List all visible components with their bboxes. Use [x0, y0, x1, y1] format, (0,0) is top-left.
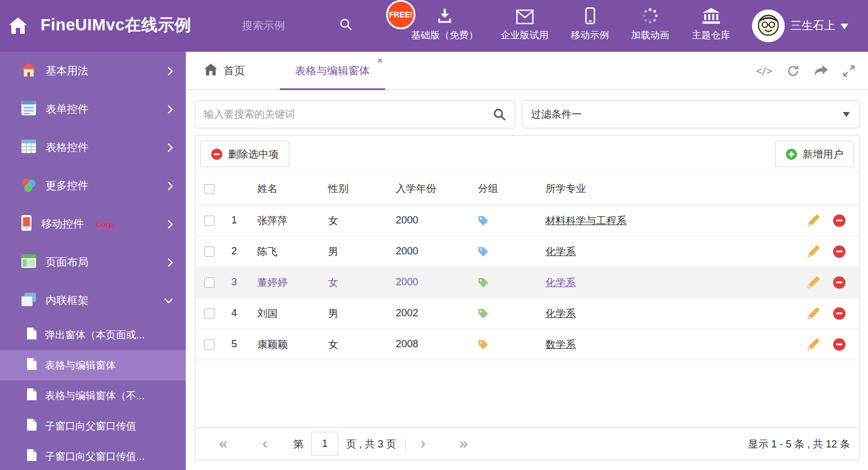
add-user-button[interactable]: 新增用户 [775, 141, 854, 167]
user-avatar[interactable] [752, 10, 785, 42]
button-label: 新增用户 [803, 147, 843, 161]
last-page-button[interactable]: » [459, 436, 468, 451]
sidebar-subitem-child-to-parent-2[interactable]: 子窗口向父窗口传值... [0, 441, 186, 470]
user-menu[interactable]: 三生石上 [790, 18, 848, 33]
col-header-gender: 性别 [325, 173, 392, 205]
cell-year: 2002 [392, 298, 475, 329]
nav-basic-free[interactable]: 基础版（免费） [408, 7, 481, 42]
sidebar-subitem-grid-edit-window[interactable]: 表格与编辑窗体 [0, 350, 186, 381]
row-number: 3 [228, 267, 254, 298]
table-row[interactable]: 5 康颖颖 女 2008 数学系 [195, 329, 859, 360]
delete-icon[interactable] [833, 338, 845, 351]
delete-icon[interactable] [833, 214, 845, 227]
source-code-icon[interactable]: </> [756, 65, 772, 77]
nav-enterprise-trial[interactable]: 企业版试用 [488, 7, 561, 42]
sidebar: 基本用法 表单控件 表格控件 更多控件 移动控件 [0, 52, 186, 470]
corp-badge: Corp. [96, 220, 115, 229]
sidebar-subitem-label: 子窗口向父窗口传值 [45, 419, 136, 433]
col-header-year: 入学年份 [392, 173, 475, 205]
nav-label: 企业版试用 [501, 29, 549, 42]
chevron-right-icon [167, 220, 173, 229]
row-checkbox[interactable] [204, 216, 214, 226]
table-row[interactable]: 4 刘国 男 2002 化学系 [195, 298, 859, 329]
pager-divider [405, 436, 406, 452]
row-checkbox[interactable] [204, 277, 214, 288]
table-row[interactable]: 2 陈飞 男 2000 化学系 [195, 236, 859, 267]
row-checkbox[interactable] [204, 308, 214, 319]
major-link[interactable]: 材料科学与工程系 [545, 215, 627, 226]
delete-icon[interactable] [833, 276, 845, 289]
layout-icon [21, 254, 36, 271]
main-panel: 首页 表格与编辑窗体 × </> [186, 52, 868, 470]
next-page-button[interactable]: › [420, 436, 426, 451]
sidebar-item-mobile-controls[interactable]: 移动控件 Corp. [0, 205, 186, 243]
sidebar-item-more-controls[interactable]: 更多控件 [0, 167, 186, 205]
select-all-checkbox[interactable] [204, 184, 214, 194]
sidebar-subitem-child-to-parent[interactable]: 子窗口向父窗口传值 [0, 411, 186, 441]
nav-label: 移动示例 [571, 29, 609, 42]
chevron-down-icon [164, 298, 173, 304]
more-icon [21, 177, 36, 195]
chevron-right-icon [167, 143, 173, 153]
edit-icon[interactable] [807, 307, 820, 320]
major-link[interactable]: 化学系 [545, 277, 576, 288]
table-row[interactable]: 1 张萍萍 女 2000 材料科学与工程系 [195, 205, 859, 236]
envelope-icon [516, 7, 534, 24]
chevron-right-icon [167, 105, 173, 114]
cell-gender: 男 [325, 298, 392, 329]
refresh-icon[interactable] [787, 65, 799, 77]
sidebar-item-label: 移动控件 [41, 217, 84, 231]
sidebar-item-iframe[interactable]: 内联框架 [0, 281, 186, 320]
pagination-bar: « ‹ 第 页 , 共 3 页 › » 显示 1 - 5 条 , 共 12 条 [195, 427, 859, 460]
first-page-button[interactable]: « [219, 436, 227, 451]
major-link[interactable]: 化学系 [545, 308, 576, 319]
table-icon [21, 140, 36, 156]
header-search-input[interactable] [242, 16, 331, 35]
sidebar-subitem-popup-window[interactable]: 弹出窗体（本页面或... [0, 320, 186, 350]
col-header-major: 所学专业 [542, 173, 793, 205]
prev-page-button[interactable]: ‹ [262, 436, 267, 451]
edit-icon[interactable] [807, 338, 820, 351]
brand-home-icon[interactable] [9, 17, 27, 36]
edit-icon[interactable] [807, 276, 820, 289]
nav-theme-store[interactable]: 主题仓库 [674, 7, 748, 42]
sidebar-subitem-label: 表格与编辑窗体（不... [45, 389, 145, 402]
sidebar-item-page-layout[interactable]: 页面布局 [0, 243, 186, 281]
download-icon [436, 7, 453, 24]
row-checkbox[interactable] [204, 339, 214, 350]
expand-icon[interactable] [843, 65, 854, 77]
delete-icon[interactable] [833, 307, 845, 320]
keyword-searchbox [195, 100, 515, 128]
tag-icon [478, 277, 489, 288]
tab-home[interactable]: 首页 [204, 52, 245, 89]
file-icon [27, 449, 37, 464]
forward-icon[interactable] [815, 65, 828, 77]
sidebar-item-form-controls[interactable]: 表单控件 [0, 90, 186, 128]
sidebar-subitem-grid-edit-window-2[interactable]: 表格与编辑窗体（不... [0, 381, 186, 411]
row-number: 5 [228, 329, 254, 360]
page-number-input[interactable] [311, 432, 338, 456]
header-search-icon[interactable] [339, 17, 353, 34]
cell-gender: 男 [325, 236, 392, 267]
sidebar-subitem-label: 弹出窗体（本页面或... [45, 328, 145, 342]
tab-toolbar: </> [756, 52, 868, 89]
search-icon[interactable] [493, 108, 507, 124]
cell-gender: 女 [325, 267, 392, 298]
tab-grid-edit-window[interactable]: 表格与编辑窗体 × [280, 52, 385, 89]
major-link[interactable]: 数学系 [545, 339, 576, 350]
col-header-num [228, 173, 254, 205]
close-icon[interactable]: × [377, 56, 383, 65]
edit-icon[interactable] [807, 245, 820, 258]
sidebar-item-basic-usage[interactable]: 基本用法 [0, 52, 186, 90]
table-row-selected[interactable]: 3 董婷婷 女 2000 化学系 [195, 267, 859, 298]
delete-selected-button[interactable]: 删除选中项 [200, 141, 289, 167]
edit-icon[interactable] [807, 214, 820, 227]
mobile-icon [585, 7, 596, 24]
tab-bar: 首页 表格与编辑窗体 × </> [186, 52, 868, 90]
filter-dropdown[interactable]: 过滤条件一 [522, 100, 860, 128]
delete-icon[interactable] [833, 245, 845, 258]
row-checkbox[interactable] [204, 247, 214, 257]
major-link[interactable]: 化学系 [545, 246, 576, 257]
keyword-search-input[interactable] [195, 101, 514, 128]
sidebar-item-grid-controls[interactable]: 表格控件 [0, 128, 186, 167]
